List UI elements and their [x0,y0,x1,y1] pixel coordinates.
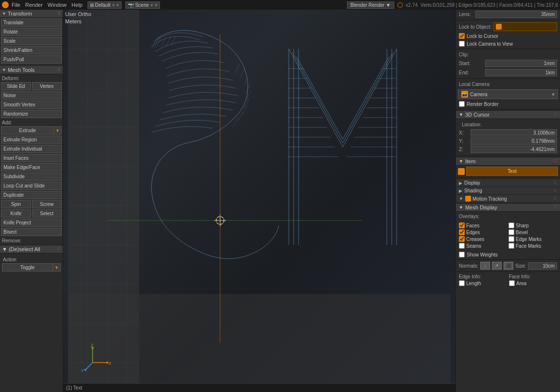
mesh-background: X Z Y [63,10,455,392]
edges-check-row: Edges [459,229,508,235]
push-pull-button[interactable]: Push/Pull [1,55,62,64]
vertex-button[interactable]: Vertex [32,82,62,90]
layout-close[interactable]: × [116,2,119,8]
lock-object-field[interactable] [493,22,557,31]
knife-project-button[interactable]: Knife Project [1,219,62,227]
y-field[interactable]: 0.1798mm [471,137,557,145]
smooth-vertex-button[interactable]: Smooth Vertex [1,101,62,109]
svg-line-41 [240,68,245,78]
length-label: Length [466,281,481,286]
viewport-bottom-bar: (1) Text [63,383,455,392]
layout-add[interactable]: + [112,2,115,8]
scene-close[interactable]: × [155,2,158,8]
toggle-button[interactable]: Toggle [2,263,53,272]
length-checkbox[interactable] [459,280,465,286]
randomize-button[interactable]: Randomize [1,110,62,118]
lock-camera-label: Lock Camera to View [467,41,513,47]
item-section-header[interactable]: ▼ Item ⠿ [456,157,560,166]
spin-button[interactable]: Spin [1,200,31,208]
noise-button[interactable]: Noise [1,91,62,100]
translate-button[interactable]: Translate [1,18,62,27]
bisect-button[interactable]: Bisect [1,228,62,236]
make-edge-face-button[interactable]: Make Edge/Face [1,163,62,171]
deselect-all-header[interactable]: ▼ (De)select All ⠿ [0,245,63,254]
lock-object-row: Lock to Object: [456,21,560,32]
lens-field[interactable]: 35mm [475,11,557,18]
mesh-svg: X Z Y [63,10,455,392]
main-layout: ▼ Transform ⠿ Translate Rotate Scale Shr… [0,10,560,392]
sharp-label: Sharp [516,223,529,228]
x-field[interactable]: 3.1008cm [471,129,557,136]
area-checkbox[interactable] [509,280,515,286]
shading-section-header[interactable]: ▶ Shading ⠿ [456,187,560,195]
camera-close-icon[interactable]: × [552,92,555,97]
extrude-row: Extrude ▼ [1,126,62,135]
sharp-checkbox[interactable] [508,222,514,228]
select-button[interactable]: Select [32,209,62,218]
extrude-button[interactable]: Extrude [1,126,54,135]
duplicate-button[interactable]: Duplicate [1,191,62,199]
axis-gizmo: X Z Y [81,343,111,373]
layout-selector[interactable]: ⊞ Default + × [88,1,122,9]
z-field[interactable]: -4.4621mm [471,146,557,153]
creases-checkbox[interactable] [459,236,465,242]
edges-label: Edges [466,230,480,235]
bevel-checkbox[interactable] [508,229,514,235]
render-engine-selector[interactable]: Blender Render ▼ [347,1,394,9]
layout-icon: ⊞ [90,2,94,8]
loop-cut-slide-button[interactable]: Loop Cut and Slide [1,182,62,190]
faces-check-row: Faces [459,222,508,228]
menu-render[interactable]: Render [25,2,43,8]
seams-checkbox[interactable] [459,243,465,249]
extrude-region-button[interactable]: Extrude Region [1,136,62,144]
edges-checkbox[interactable] [459,229,465,235]
rotate-button[interactable]: Rotate [1,28,62,36]
knife-button[interactable]: Knife [1,209,31,218]
extrude-individual-button[interactable]: Extrude Individual [1,145,62,153]
mesh-tools-section-header[interactable]: ▼ Mesh Tools ⠿ [0,66,63,74]
menu-window[interactable]: Window [48,2,67,8]
normal-face-corner-btn[interactable]: ↗ [492,262,502,270]
lock-camera-checkbox[interactable] [459,41,465,47]
slide-ed-button[interactable]: Slide Ed [1,82,31,90]
camera-row[interactable]: 📷 Camera × [458,89,558,99]
clip-start-field[interactable]: 1mm [485,60,557,67]
show-weights-checkbox[interactable] [459,252,465,257]
edge-marks-checkbox[interactable] [508,236,514,242]
overlays-label-row: Overlays: [456,212,560,221]
scene-selector[interactable]: 📷 Scene + × [125,1,160,9]
subdivide-button[interactable]: Subdivide [1,172,62,181]
menu-help[interactable]: Help [71,2,83,8]
mesh-display-section-header[interactable]: ▼ Mesh Display ⠿ [456,203,560,212]
face-marks-label: Face Marks [516,243,541,249]
cursor-3d-header[interactable]: ▼ 3D Cursor ⠿ [456,110,560,119]
lock-cursor-checkbox[interactable] [459,33,465,39]
scene-add[interactable]: + [150,2,153,8]
mesh-tools-arrow: ▼ [2,68,6,72]
menu-file[interactable]: File [12,2,20,8]
face-marks-checkbox[interactable] [508,243,514,249]
camera-name: Camera [470,92,550,97]
extrude-dropdown[interactable]: ▼ [54,126,62,135]
render-border-checkbox[interactable] [459,101,465,107]
viewport[interactable]: User Ortho Meters [63,10,455,392]
motion-tracking-section-header[interactable]: ▼ Motion Tracking ⠿ [456,195,560,203]
size-field[interactable]: 10cm [528,262,557,270]
clip-start-row: Start: 1mm [456,59,560,68]
transform-section-header[interactable]: ▼ Transform ⠿ [0,10,63,18]
item-field[interactable]: Text [466,167,558,176]
normal-vertex-btn[interactable]: ↓ [480,262,490,270]
screw-button[interactable]: Screw [32,200,62,208]
normals-row: Normals: ↓ ↗ ⬛ Size: 10cm [456,261,560,271]
inset-faces-button[interactable]: Inset Faces [1,154,62,162]
edge-marks-check-row: Edge Marks [508,236,557,242]
shrink-fatten-button[interactable]: Shrink/Fatten [1,46,62,54]
normal-face-btn[interactable]: ⬛ [504,262,513,270]
display-section-header[interactable]: ▶ Display ⠿ [456,179,560,187]
right-panel: Lens: 35mm Lock to Object: Lock to Curso… [455,10,560,392]
scale-button[interactable]: Scale [1,37,62,45]
clip-end-field[interactable]: 1km [485,69,557,76]
faces-checkbox[interactable] [459,222,465,228]
edge-face-info-row: Edge Info: Length Face Info: Area [456,273,560,287]
toggle-dropdown[interactable]: ▼ [53,263,61,272]
